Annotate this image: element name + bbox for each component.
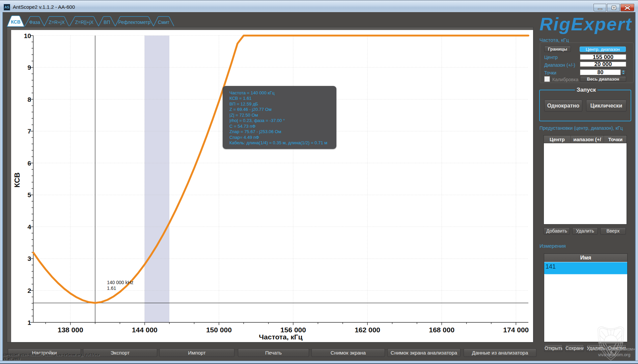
svg-text:150 000: 150 000 [206, 326, 232, 334]
svg-text:Рефлектометр: Рефлектометр [118, 20, 150, 25]
svg-text:Z=R||+jX: Z=R||+jX [75, 20, 93, 25]
svg-text:4: 4 [27, 223, 31, 231]
svg-text:168 000: 168 000 [429, 326, 454, 334]
svg-text:138 000: 138 000 [58, 326, 83, 334]
svg-text:9: 9 [27, 64, 31, 71]
svg-text:8: 8 [27, 96, 31, 103]
svg-text:7: 7 [27, 128, 31, 135]
svg-text:174 000: 174 000 [503, 326, 529, 334]
svg-text:2: 2 [27, 287, 31, 294]
svg-text:ВП: ВП [104, 20, 110, 25]
svg-text:156 000: 156 000 [280, 326, 306, 334]
svg-text:КСВ: КСВ [11, 19, 21, 25]
svg-text:RigExpert: RigExpert [539, 14, 632, 34]
svg-text:162 000: 162 000 [355, 326, 380, 334]
svg-text:Z=R+jX: Z=R+jX [49, 20, 65, 25]
svg-text:3: 3 [27, 255, 31, 262]
svg-text:Частота, кГц: Частота, кГц [259, 333, 302, 341]
svg-text:140 000 kHz: 140 000 kHz [107, 280, 134, 285]
svg-text:КСВ: КСВ [13, 173, 21, 188]
svg-text:5: 5 [27, 191, 31, 199]
svg-text:144 000: 144 000 [132, 326, 158, 334]
svg-text:Фаза: Фаза [29, 20, 40, 25]
svg-text:1.61: 1.61 [107, 285, 116, 291]
svg-text:1: 1 [27, 319, 31, 326]
svg-text:Смит: Смит [158, 20, 170, 25]
svg-text:10: 10 [24, 32, 31, 39]
svg-text:6: 6 [27, 160, 31, 167]
